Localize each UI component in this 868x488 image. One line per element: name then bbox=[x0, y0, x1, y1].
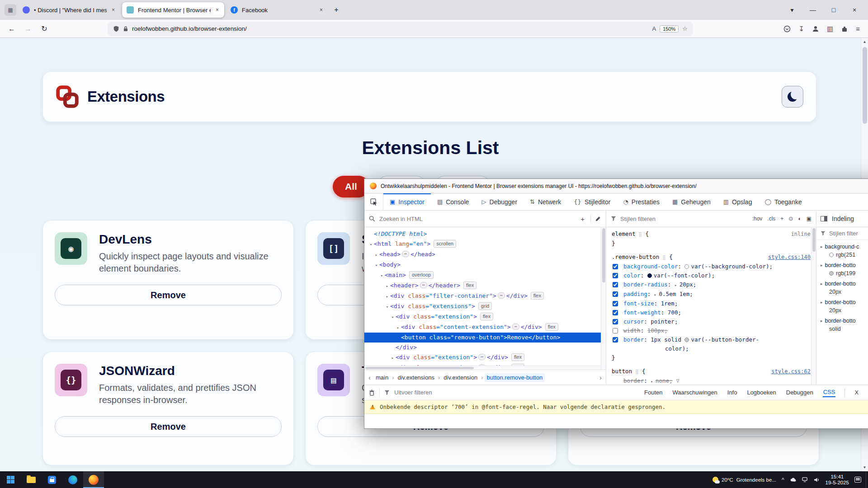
taskbar-clock[interactable]: 15:41 19-5-2025 bbox=[826, 474, 849, 486]
computed-property-name[interactable]: ▸border-botto bbox=[821, 318, 868, 324]
dom-node[interactable]: ▾<html lang="en">scrollen bbox=[364, 239, 606, 249]
computed-property-name[interactable]: ▸border-botto bbox=[821, 281, 868, 287]
console-filter-input[interactable]: Uitvoer filteren bbox=[394, 389, 432, 396]
breadcrumb-back-icon[interactable]: ‹ bbox=[367, 374, 372, 381]
expand-arrow-icon[interactable]: ▾ bbox=[373, 260, 379, 270]
markup-horizontal-scrollbar[interactable] bbox=[364, 366, 601, 370]
computed-property-name[interactable]: ▸border-botto bbox=[821, 299, 868, 305]
taskbar-file-explorer[interactable] bbox=[21, 471, 42, 488]
sidebar-tab-layout[interactable]: Indeling bbox=[832, 215, 854, 222]
forward-button[interactable]: → bbox=[21, 22, 35, 36]
shield-icon[interactable] bbox=[113, 25, 119, 32]
pseudo-class-button[interactable]: :hov bbox=[752, 216, 763, 222]
expand-arrow-icon[interactable]: ▸ bbox=[390, 353, 396, 363]
css-declaration[interactable]: cursor: pointer; bbox=[612, 317, 811, 326]
value-expand-arrow-icon[interactable]: ▸ bbox=[651, 379, 656, 384]
css-declaration[interactable]: font-size: 1rem; bbox=[612, 299, 811, 308]
declaration-checkbox[interactable] bbox=[613, 282, 618, 287]
console-filter-info[interactable]: Info bbox=[727, 388, 738, 397]
tab-close-icon[interactable]: × bbox=[319, 6, 324, 14]
expand-arrow-icon[interactable]: ▸ bbox=[384, 281, 390, 291]
expand-arrow-icon[interactable]: ▸ bbox=[821, 319, 823, 323]
console-filter-fouten[interactable]: Fouten bbox=[644, 388, 663, 397]
firefox-view-icon[interactable]: ▦ bbox=[5, 4, 16, 16]
print-sim-icon[interactable]: ▣ bbox=[807, 216, 811, 222]
devtools-tab-netwerk[interactable]: ⇅Netwerk bbox=[524, 193, 567, 210]
dom-node[interactable]: ▾<body> bbox=[364, 260, 606, 270]
dom-node[interactable]: ▸<div class="content-extension">⋯</div>f… bbox=[364, 322, 606, 333]
tab-close-icon[interactable]: × bbox=[111, 6, 116, 14]
css-declaration[interactable]: width: 100px; bbox=[612, 326, 811, 335]
remove-button[interactable]: Remove bbox=[55, 285, 282, 305]
list-all-tabs-icon[interactable]: ▾ bbox=[786, 4, 798, 16]
expand-arrow-icon[interactable]: ▾ bbox=[384, 302, 390, 312]
stylesheet-location-link[interactable]: inline bbox=[791, 230, 811, 239]
pocket-icon[interactable] bbox=[783, 25, 791, 33]
collapsed-ellipsis-pill[interactable]: ⋯ bbox=[420, 282, 427, 288]
rule-highlighter-icon[interactable]: ⣿ bbox=[639, 232, 642, 237]
browser-tab[interactable]: fFacebook× bbox=[226, 2, 328, 18]
declaration-checkbox[interactable] bbox=[613, 328, 618, 333]
browser-tab[interactable]: Frontend Mentor | Browser exte× bbox=[122, 2, 224, 18]
declaration-checkbox[interactable] bbox=[613, 301, 618, 306]
sidebar-toggle-icon[interactable] bbox=[821, 216, 827, 221]
taskbar-firefox[interactable] bbox=[83, 471, 104, 488]
declaration-checkbox[interactable] bbox=[613, 337, 618, 343]
value-expand-arrow-icon[interactable]: ▸ bbox=[654, 292, 659, 297]
tray-expand-chevron-icon[interactable]: ^ bbox=[782, 477, 784, 483]
devtools-tab-debugger[interactable]: ▷Debugger bbox=[476, 193, 524, 210]
console-warning-row[interactable]: Onbekende descriptor ‘700’ in @font-face… bbox=[364, 400, 868, 414]
overridden-filter-icon[interactable]: ∇ bbox=[676, 378, 679, 384]
dark-theme-sim-icon[interactable]: ◐ bbox=[798, 216, 801, 222]
console-filter-waarschuwingen[interactable]: Waarschuwingen bbox=[672, 388, 717, 397]
theme-toggle-button[interactable] bbox=[782, 86, 803, 108]
color-swatch[interactable] bbox=[684, 264, 689, 269]
computed-property-name[interactable]: ▸background-c bbox=[821, 244, 868, 250]
dom-node[interactable]: </div> bbox=[364, 343, 606, 352]
dom-node[interactable]: ▾<div class="extensions">grid bbox=[364, 301, 606, 312]
new-tab-button[interactable]: + bbox=[330, 4, 343, 16]
node-picker-button[interactable] bbox=[364, 193, 383, 210]
rules-scrollbar[interactable] bbox=[811, 227, 816, 385]
dom-node[interactable]: <button class="remove-button">Remove</bu… bbox=[364, 333, 606, 343]
declaration-checkbox[interactable] bbox=[613, 310, 618, 315]
tab-close-icon[interactable]: × bbox=[215, 6, 220, 14]
declaration-checkbox[interactable] bbox=[613, 264, 618, 269]
breadcrumb-item[interactable]: div.extension bbox=[441, 373, 480, 382]
browser-tab[interactable]: • Discord | "Where did I mess u× bbox=[18, 2, 120, 18]
computed-property-name[interactable]: ▸border-botto bbox=[821, 262, 868, 268]
downloads-icon[interactable]: ↧ bbox=[798, 25, 804, 33]
value-expand-arrow-icon[interactable]: ▸ bbox=[675, 283, 679, 287]
color-swatch[interactable] bbox=[647, 273, 652, 278]
start-button[interactable] bbox=[0, 471, 21, 488]
markup-vertical-scrollbar[interactable] bbox=[601, 227, 606, 370]
menu-icon[interactable]: ≡ bbox=[856, 25, 860, 33]
devtools-tab-opslag[interactable]: ▥Opslag bbox=[717, 193, 759, 210]
sidebar-icon[interactable]: ▥ bbox=[827, 25, 833, 33]
flex-badge[interactable]: flex bbox=[463, 282, 476, 289]
cloud-icon[interactable] bbox=[790, 477, 797, 482]
expand-arrow-icon[interactable]: ▸ bbox=[395, 323, 401, 333]
taskbar-store[interactable] bbox=[42, 471, 62, 488]
dom-node[interactable]: ▸<div class="filter-container">⋯</div>fl… bbox=[364, 291, 606, 301]
light-theme-sim-icon[interactable]: ⊙ bbox=[788, 216, 793, 222]
dom-node[interactable]: ▾<main>overloop bbox=[364, 270, 606, 281]
expand-arrow-icon[interactable]: ▾ bbox=[379, 271, 385, 281]
close-button[interactable]: × bbox=[848, 4, 861, 16]
stylesheet-location-link[interactable]: style.css:140 bbox=[768, 253, 811, 262]
markup-search-input[interactable]: Zoeken in HTML bbox=[379, 216, 575, 222]
translate-icon[interactable]: A bbox=[652, 25, 656, 32]
extensions-puzzle-icon[interactable] bbox=[841, 25, 848, 33]
bookmark-star-icon[interactable]: ☆ bbox=[682, 25, 688, 32]
collapsed-ellipsis-pill[interactable]: ⋯ bbox=[512, 324, 519, 330]
account-icon[interactable] bbox=[812, 25, 819, 33]
scrollbar-thumb[interactable] bbox=[863, 47, 867, 124]
action-center-icon[interactable] bbox=[854, 477, 861, 483]
sidebar-filter-input[interactable]: Stijlen filter bbox=[829, 230, 858, 237]
devtools-tab-geheugen[interactable]: ▦Geheugen bbox=[666, 193, 717, 210]
css-declaration[interactable]: padding: ▸ 0.5em 1em; bbox=[612, 290, 811, 299]
back-button[interactable]: ← bbox=[5, 22, 19, 36]
maximize-button[interactable]: □ bbox=[827, 4, 840, 16]
network-icon[interactable] bbox=[802, 477, 808, 482]
minimize-button[interactable]: — bbox=[807, 4, 819, 16]
